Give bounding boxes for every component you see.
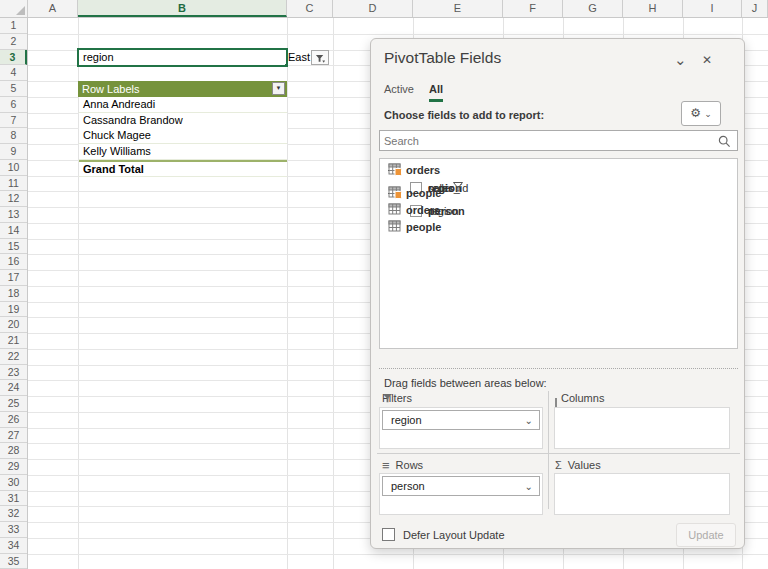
- row-labels-text: Row Labels: [82, 83, 139, 95]
- column-header-F[interactable]: F: [503, 0, 563, 17]
- row-header-23[interactable]: 23: [0, 365, 27, 381]
- field-table-people[interactable]: people: [380, 184, 737, 201]
- filter-value-cell[interactable]: East: [288, 50, 312, 65]
- field-list: ordersorder_id✓regionsalespeople✓personr…: [379, 158, 738, 349]
- row-header-3[interactable]: 3: [0, 50, 27, 66]
- field-table-label: people: [406, 187, 441, 199]
- column-header-B[interactable]: B: [78, 0, 287, 17]
- pivottable-fields-panel: PivotTable Fields ⌄ ✕ Active All Choose …: [370, 38, 745, 549]
- row-header-6[interactable]: 6: [0, 97, 27, 113]
- chevron-down-icon[interactable]: ⌄: [674, 51, 687, 69]
- field-table-label: people: [406, 221, 441, 233]
- row-header-2[interactable]: 2: [0, 34, 27, 50]
- pivot-row-cell[interactable]: Kelly Williams: [79, 144, 287, 160]
- row-header-20[interactable]: 20: [0, 317, 27, 333]
- column-header-I[interactable]: I: [683, 0, 742, 17]
- column-header-D[interactable]: D: [333, 0, 413, 17]
- divider: [379, 368, 738, 369]
- filters-drop-area[interactable]: region⌄: [379, 407, 543, 449]
- rows-drop-area[interactable]: person⌄: [379, 473, 543, 515]
- column-header-strip: ABCDEFGHIJ: [0, 0, 768, 18]
- update-button[interactable]: Update: [676, 523, 736, 547]
- table-model-icon: [388, 186, 402, 199]
- row-header-28[interactable]: 28: [0, 443, 27, 459]
- chevron-down-icon[interactable]: ⌄: [525, 411, 533, 430]
- table-icon: [388, 220, 402, 233]
- columns-drop-area[interactable]: [554, 407, 730, 449]
- dropdown-arrow-icon[interactable]: ▼: [272, 82, 285, 95]
- pivot-row-labels-header[interactable]: Row Labels ▼: [78, 81, 287, 97]
- row-header-30[interactable]: 30: [0, 475, 27, 491]
- row-header-7[interactable]: 7: [0, 113, 27, 129]
- row-header-1[interactable]: 1: [0, 18, 27, 34]
- row-header-10[interactable]: 10: [0, 160, 27, 176]
- row-header-11[interactable]: 11: [0, 176, 27, 192]
- columns-area-label: Columns: [555, 392, 604, 404]
- column-header-H[interactable]: H: [623, 0, 683, 17]
- defer-layout-label: Defer Layout Update: [403, 529, 505, 541]
- applied-filter-funnel-icon[interactable]: [311, 50, 329, 65]
- row-header-17[interactable]: 17: [0, 270, 27, 286]
- row-header-35[interactable]: 35: [0, 554, 27, 569]
- row-header-15[interactable]: 15: [0, 239, 27, 255]
- search-icon: [718, 135, 731, 148]
- fill-handle[interactable]: [284, 63, 288, 67]
- search-input[interactable]: [384, 132, 714, 149]
- row-header-29[interactable]: 29: [0, 459, 27, 475]
- panel-title: PivotTable Fields: [384, 49, 501, 67]
- tab-active[interactable]: Active: [384, 83, 414, 95]
- active-cell-filter-label[interactable]: region: [77, 48, 288, 67]
- column-header-E[interactable]: E: [413, 0, 503, 17]
- field-table-label: orders: [406, 164, 440, 176]
- row-header-strip: 1234567891011121314151617181920212223242…: [0, 18, 28, 569]
- row-header-24[interactable]: 24: [0, 380, 27, 396]
- row-header-32[interactable]: 32: [0, 506, 27, 522]
- row-header-33[interactable]: 33: [0, 522, 27, 538]
- row-header-9[interactable]: 9: [0, 144, 27, 160]
- pivot-row-cell[interactable]: Anna Andreadi: [79, 97, 287, 113]
- field-table-label: orders: [406, 204, 440, 216]
- pivot-grand-total-cell[interactable]: Grand Total: [79, 160, 287, 177]
- row-header-5[interactable]: 5: [0, 81, 27, 97]
- column-header-C[interactable]: C: [287, 0, 333, 17]
- divider: [377, 453, 740, 454]
- pivot-row-cell[interactable]: Cassandra Brandow: [79, 113, 287, 129]
- select-all-corner[interactable]: [0, 0, 28, 17]
- row-header-18[interactable]: 18: [0, 286, 27, 302]
- row-header-8[interactable]: 8: [0, 128, 27, 144]
- row-header-27[interactable]: 27: [0, 428, 27, 444]
- pivot-row-cell[interactable]: Chuck Magee: [79, 128, 287, 144]
- chevron-down-icon[interactable]: ⌄: [525, 477, 533, 496]
- field-table-orders[interactable]: orders: [380, 201, 737, 218]
- row-header-4[interactable]: 4: [0, 65, 27, 81]
- field-table-orders[interactable]: orders: [380, 161, 737, 178]
- column-header-A[interactable]: A: [28, 0, 78, 17]
- column-header-G[interactable]: G: [563, 0, 623, 17]
- row-header-25[interactable]: 25: [0, 396, 27, 412]
- row-header-14[interactable]: 14: [0, 223, 27, 239]
- field-pill-person[interactable]: person⌄: [382, 476, 540, 496]
- row-header-16[interactable]: 16: [0, 254, 27, 270]
- chevron-down-icon: ⌄: [704, 109, 712, 119]
- row-header-19[interactable]: 19: [0, 302, 27, 318]
- row-header-34[interactable]: 34: [0, 538, 27, 554]
- gridline: [287, 18, 288, 569]
- close-icon[interactable]: ✕: [702, 53, 712, 67]
- field-pill-region[interactable]: region⌄: [382, 410, 540, 430]
- row-header-21[interactable]: 21: [0, 333, 27, 349]
- row-header-26[interactable]: 26: [0, 412, 27, 428]
- table-model-icon: [388, 163, 402, 176]
- row-header-31[interactable]: 31: [0, 491, 27, 507]
- gridline: [333, 18, 334, 569]
- field-table-people[interactable]: people: [380, 218, 737, 235]
- column-header-J[interactable]: J: [742, 0, 768, 17]
- row-header-12[interactable]: 12: [0, 191, 27, 207]
- defer-layout-checkbox[interactable]: [382, 528, 395, 541]
- gear-button[interactable]: ⚙ ⌄: [681, 101, 721, 126]
- tab-all[interactable]: All: [429, 83, 443, 102]
- row-header-13[interactable]: 13: [0, 207, 27, 223]
- row-header-22[interactable]: 22: [0, 349, 27, 365]
- divider: [548, 391, 549, 509]
- sigma-icon: Σ: [555, 459, 562, 471]
- values-drop-area[interactable]: [554, 473, 730, 515]
